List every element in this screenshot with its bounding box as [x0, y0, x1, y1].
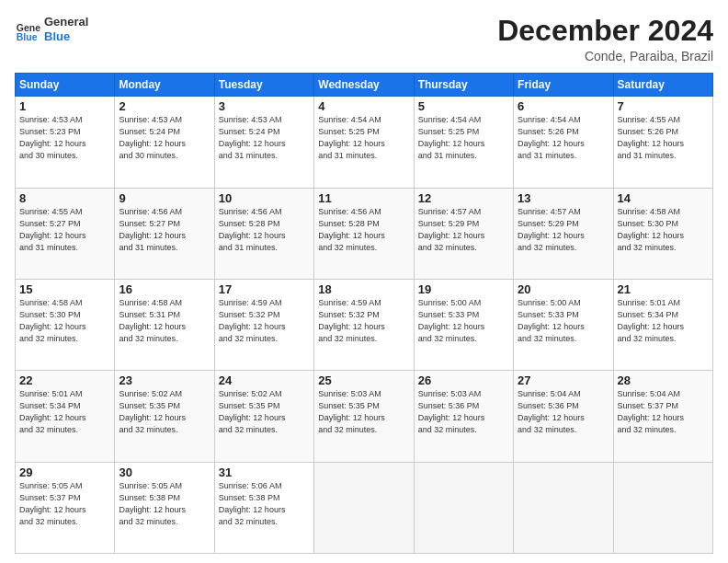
day-number: 5	[418, 99, 509, 113]
sunset-text: Sunset: 5:28 PM	[318, 218, 409, 230]
calendar-cell: 12Sunrise: 4:57 AMSunset: 5:29 PMDayligh…	[414, 188, 513, 279]
sunrise-text: Sunrise: 5:00 AM	[418, 297, 509, 309]
sunset-text: Sunset: 5:34 PM	[19, 400, 110, 412]
daylight-text: Daylight: 12 hours and 32 minutes.	[219, 412, 310, 436]
day-number: 28	[618, 373, 709, 387]
daylight-text: Daylight: 12 hours and 32 minutes.	[418, 230, 509, 254]
day-number: 21	[618, 282, 709, 296]
calendar-cell: 14Sunrise: 4:58 AMSunset: 5:30 PMDayligh…	[613, 188, 712, 279]
sunrise-text: Sunrise: 4:53 AM	[19, 114, 110, 126]
sunset-text: Sunset: 5:33 PM	[418, 309, 509, 321]
sunset-text: Sunset: 5:37 PM	[618, 400, 709, 412]
weekday-monday: Monday	[115, 74, 214, 97]
calendar-cell: 9Sunrise: 4:56 AMSunset: 5:27 PMDaylight…	[115, 188, 214, 279]
sunset-text: Sunset: 5:27 PM	[119, 218, 210, 230]
page-container: General Blue General Blue December 2024 …	[0, 0, 728, 563]
day-number: 19	[418, 282, 509, 296]
sunset-text: Sunset: 5:34 PM	[618, 309, 709, 321]
sunset-text: Sunset: 5:35 PM	[318, 400, 409, 412]
day-number: 8	[19, 191, 110, 205]
sunset-text: Sunset: 5:31 PM	[119, 309, 210, 321]
day-number: 2	[119, 99, 210, 113]
day-number: 11	[318, 191, 409, 205]
day-number: 27	[518, 373, 609, 387]
sunset-text: Sunset: 5:29 PM	[518, 218, 609, 230]
sunset-text: Sunset: 5:33 PM	[518, 309, 609, 321]
daylight-text: Daylight: 12 hours and 32 minutes.	[19, 321, 110, 345]
day-number: 23	[119, 373, 210, 387]
day-number: 10	[219, 191, 310, 205]
daylight-text: Daylight: 12 hours and 30 minutes.	[19, 138, 110, 162]
daylight-text: Daylight: 12 hours and 31 minutes.	[219, 138, 310, 162]
weekday-tuesday: Tuesday	[214, 74, 313, 97]
day-number: 24	[219, 373, 310, 387]
sunset-text: Sunset: 5:32 PM	[318, 309, 409, 321]
sunset-text: Sunset: 5:35 PM	[219, 400, 310, 412]
sunrise-text: Sunrise: 5:05 AM	[119, 480, 210, 492]
sunrise-text: Sunrise: 4:59 AM	[219, 297, 310, 309]
sunrise-text: Sunrise: 4:53 AM	[119, 114, 210, 126]
sunrise-text: Sunrise: 5:01 AM	[19, 388, 110, 400]
daylight-text: Daylight: 12 hours and 32 minutes.	[518, 321, 609, 345]
sunrise-text: Sunrise: 4:56 AM	[318, 206, 409, 218]
sunset-text: Sunset: 5:37 PM	[19, 492, 110, 504]
logo-general: General	[44, 15, 88, 29]
day-number: 16	[119, 282, 210, 296]
daylight-text: Daylight: 12 hours and 32 minutes.	[19, 504, 110, 528]
calendar-cell: 31Sunrise: 5:06 AMSunset: 5:38 PMDayligh…	[214, 462, 313, 553]
sunrise-text: Sunrise: 4:54 AM	[518, 114, 609, 126]
daylight-text: Daylight: 12 hours and 32 minutes.	[119, 412, 210, 436]
calendar-cell: 25Sunrise: 5:03 AMSunset: 5:35 PMDayligh…	[314, 371, 414, 462]
daylight-text: Daylight: 12 hours and 31 minutes.	[219, 230, 310, 254]
daylight-text: Daylight: 12 hours and 32 minutes.	[318, 321, 409, 345]
daylight-text: Daylight: 12 hours and 31 minutes.	[318, 138, 409, 162]
calendar-table: SundayMondayTuesdayWednesdayThursdayFrid…	[15, 73, 713, 554]
sunset-text: Sunset: 5:27 PM	[19, 218, 110, 230]
daylight-text: Daylight: 12 hours and 30 minutes.	[119, 138, 210, 162]
sunset-text: Sunset: 5:24 PM	[119, 126, 210, 138]
daylight-text: Daylight: 12 hours and 32 minutes.	[119, 504, 210, 528]
daylight-text: Daylight: 12 hours and 31 minutes.	[618, 138, 709, 162]
sunset-text: Sunset: 5:26 PM	[618, 126, 709, 138]
sunset-text: Sunset: 5:35 PM	[119, 400, 210, 412]
sunrise-text: Sunrise: 4:56 AM	[219, 206, 310, 218]
location: Conde, Paraiba, Brazil	[497, 49, 713, 63]
title-block: December 2024 Conde, Paraiba, Brazil	[497, 15, 713, 63]
calendar-cell: 29Sunrise: 5:05 AMSunset: 5:37 PMDayligh…	[16, 462, 115, 553]
day-number: 29	[19, 465, 110, 479]
calendar-cell: 16Sunrise: 4:58 AMSunset: 5:31 PMDayligh…	[115, 279, 214, 370]
day-number: 25	[318, 373, 409, 387]
calendar-cell: 5Sunrise: 4:54 AMSunset: 5:25 PMDaylight…	[414, 97, 513, 188]
day-number: 13	[518, 191, 609, 205]
day-number: 31	[219, 465, 310, 479]
calendar-cell: 2Sunrise: 4:53 AMSunset: 5:24 PMDaylight…	[115, 97, 214, 188]
sunset-text: Sunset: 5:24 PM	[219, 126, 310, 138]
sunrise-text: Sunrise: 5:02 AM	[219, 388, 310, 400]
weekday-wednesday: Wednesday	[314, 74, 414, 97]
day-number: 7	[618, 99, 709, 113]
daylight-text: Daylight: 12 hours and 32 minutes.	[219, 504, 310, 528]
daylight-text: Daylight: 12 hours and 32 minutes.	[318, 230, 409, 254]
day-number: 22	[19, 373, 110, 387]
sunrise-text: Sunrise: 4:58 AM	[618, 206, 709, 218]
sunset-text: Sunset: 5:32 PM	[219, 309, 310, 321]
calendar-week-row: 8Sunrise: 4:55 AMSunset: 5:27 PMDaylight…	[16, 188, 713, 279]
logo: General Blue General Blue	[15, 15, 88, 43]
calendar-cell: 1Sunrise: 4:53 AMSunset: 5:23 PMDaylight…	[16, 97, 115, 188]
day-number: 9	[119, 191, 210, 205]
day-number: 17	[219, 282, 310, 296]
daylight-text: Daylight: 12 hours and 32 minutes.	[518, 230, 609, 254]
calendar-cell: 6Sunrise: 4:54 AMSunset: 5:26 PMDaylight…	[514, 97, 613, 188]
calendar-week-row: 15Sunrise: 4:58 AMSunset: 5:30 PMDayligh…	[16, 279, 713, 370]
sunrise-text: Sunrise: 5:04 AM	[618, 388, 709, 400]
calendar-cell: 22Sunrise: 5:01 AMSunset: 5:34 PMDayligh…	[16, 371, 115, 462]
daylight-text: Daylight: 12 hours and 32 minutes.	[219, 321, 310, 345]
sunrise-text: Sunrise: 5:06 AM	[219, 480, 310, 492]
calendar-cell: 11Sunrise: 4:56 AMSunset: 5:28 PMDayligh…	[314, 188, 414, 279]
sunset-text: Sunset: 5:29 PM	[418, 218, 509, 230]
daylight-text: Daylight: 12 hours and 32 minutes.	[418, 412, 509, 436]
calendar-cell: 27Sunrise: 5:04 AMSunset: 5:36 PMDayligh…	[514, 371, 613, 462]
sunrise-text: Sunrise: 4:55 AM	[618, 114, 709, 126]
sunrise-text: Sunrise: 5:01 AM	[618, 297, 709, 309]
calendar-cell: 24Sunrise: 5:02 AMSunset: 5:35 PMDayligh…	[214, 371, 313, 462]
